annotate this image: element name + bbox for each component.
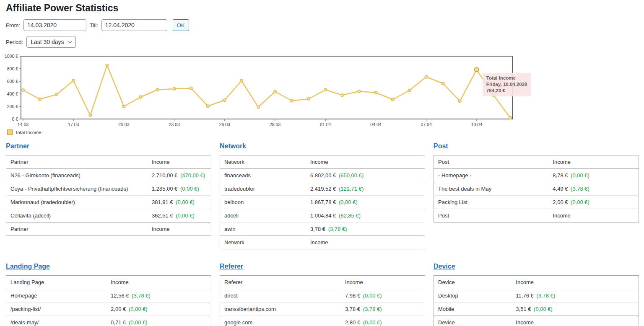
section-landing-page: Landing PageLanding PageIncomeHomepage12… xyxy=(6,263,211,326)
column-header-income: Income xyxy=(306,236,425,249)
data-point[interactable] xyxy=(190,87,192,90)
date-range-controls: From: Till: OK xyxy=(6,19,639,31)
name-cell: Desktop xyxy=(434,289,512,303)
table-row: belboon1.867,78 € (0,00 €) xyxy=(220,196,425,209)
data-point[interactable] xyxy=(257,106,260,109)
y-axis-label: 0 € xyxy=(12,116,18,122)
income-recent-value: (0,00 €) xyxy=(534,306,553,312)
income-recent-value: (0,00 €) xyxy=(176,212,195,219)
data-point[interactable] xyxy=(156,88,159,91)
data-point[interactable] xyxy=(240,79,243,82)
data-point[interactable] xyxy=(89,114,92,117)
section-link-network[interactable]: Network xyxy=(220,142,246,150)
column-header-income: Income xyxy=(548,155,639,169)
income-recent-value: (0,00 €) xyxy=(129,319,148,326)
table-footer-row: NetworkIncome xyxy=(220,236,425,249)
income-recent-value: (0,00 €) xyxy=(176,199,195,205)
section-link-post[interactable]: Post xyxy=(434,142,448,150)
name-cell: Coya - Privathaftpflichtversicherung (fi… xyxy=(6,182,148,196)
x-axis-label: 23.03 xyxy=(169,122,179,127)
income-cell: 1.867,78 € (0,00 €) xyxy=(306,196,425,209)
income-value: 2.419,52 € xyxy=(310,186,336,192)
column-header-income: Income xyxy=(106,276,211,289)
income-cell: 2.419,52 € (121,71 €) xyxy=(306,182,425,196)
y-axis-label: 400 € xyxy=(7,91,18,96)
stats-tables: PartnerPartnerIncomeN26 - Girokonto (fin… xyxy=(6,142,639,326)
data-point[interactable] xyxy=(223,99,226,102)
data-point[interactable] xyxy=(324,88,327,91)
income-recent-value: (3,78 €) xyxy=(571,186,589,192)
data-point[interactable] xyxy=(441,82,444,85)
total-income-chart-svg[interactable]: 0 €200 €400 €600 €800 €1000 €14.0317.032… xyxy=(6,53,522,127)
data-point[interactable] xyxy=(206,105,209,108)
data-point[interactable] xyxy=(39,98,42,101)
data-point[interactable] xyxy=(22,89,25,92)
column-header-device: Device xyxy=(434,276,512,289)
income-recent-value: (0,00 €) xyxy=(363,292,382,299)
income-cell: 3,51 € (0,00 €) xyxy=(512,303,639,316)
data-point[interactable] xyxy=(139,96,142,98)
ok-button[interactable]: OK xyxy=(173,19,189,31)
table-referer: RefererIncomedirect7,98 € (0,00 €)transs… xyxy=(220,275,425,326)
x-axis-label: 17.03 xyxy=(68,122,79,127)
data-point[interactable] xyxy=(425,75,428,78)
chart-plot-area[interactable] xyxy=(21,56,512,119)
data-point[interactable] xyxy=(106,64,109,67)
name-cell: The best deals in May xyxy=(434,182,549,196)
income-cell: 3,78 € (3,78 €) xyxy=(306,223,425,236)
name-cell: awin xyxy=(220,223,306,236)
table-row: /deals-may/0,71 € (0,00 €) xyxy=(6,316,211,326)
income-cell: 381,91 € (0,00 €) xyxy=(148,196,211,209)
income-cell: 4,49 € (3,78 €) xyxy=(548,182,639,196)
section-network: NetworkNetworkIncomefinanceads6.802,00 €… xyxy=(220,142,425,249)
income-value: 362,51 € xyxy=(152,212,173,219)
x-axis-label: 20.03 xyxy=(118,122,129,127)
column-header-income: Income xyxy=(148,155,211,169)
data-point[interactable] xyxy=(173,88,176,91)
table-row: adcell1.004,84 € (62,85 €) xyxy=(220,209,425,223)
table-row: Cellavita (adcell)362,51 € (0,00 €) xyxy=(6,209,211,223)
till-date-input[interactable] xyxy=(101,19,167,31)
income-recent-value: (0,00 €) xyxy=(363,319,382,326)
y-axis-label: 600 € xyxy=(7,79,18,84)
table-row: Packing List2,00 € (0,00 €) xyxy=(434,196,639,209)
data-point[interactable] xyxy=(509,116,512,119)
income-cell: 3,78 € (3,78 €) xyxy=(341,303,425,316)
data-point[interactable] xyxy=(274,90,277,93)
name-cell: direct xyxy=(220,289,341,303)
data-point[interactable] xyxy=(408,89,411,92)
section-link-referer[interactable]: Referer xyxy=(220,263,243,270)
period-select[interactable]: Last 30 days xyxy=(26,36,75,48)
legend-swatch-total-income xyxy=(7,129,13,135)
column-header-referer: Referer xyxy=(220,276,341,289)
x-axis-label: 01.04 xyxy=(320,122,331,127)
section-link-partner[interactable]: Partner xyxy=(6,142,29,150)
data-point[interactable] xyxy=(122,105,125,108)
highlighted-data-point[interactable] xyxy=(475,67,479,72)
data-point[interactable] xyxy=(458,100,461,103)
section-link-device[interactable]: Device xyxy=(434,263,455,270)
data-point[interactable] xyxy=(307,98,310,101)
table-row: Mobile3,51 € (0,00 €) xyxy=(434,303,639,316)
income-recent-value: (0,00 €) xyxy=(571,199,589,205)
table-header-row: DeviceIncome xyxy=(434,276,639,289)
data-point[interactable] xyxy=(72,79,75,82)
name-cell: Homepage xyxy=(6,289,107,303)
page-title: Affiliate Power Statistics xyxy=(6,2,639,14)
data-point[interactable] xyxy=(374,91,377,94)
data-point[interactable] xyxy=(55,93,58,96)
name-cell: /deals-may/ xyxy=(6,316,107,326)
name-cell: - Homepage - xyxy=(434,169,549,182)
data-point[interactable] xyxy=(391,98,394,101)
section-link-landing-page[interactable]: Landing Page xyxy=(6,263,50,270)
column-header-income: Income xyxy=(148,223,211,236)
y-axis-label: 1000 € xyxy=(5,54,18,59)
data-point[interactable] xyxy=(358,90,361,93)
data-point[interactable] xyxy=(291,99,293,102)
from-date-input[interactable] xyxy=(23,19,86,31)
name-cell: Cellavita (adcell) xyxy=(6,209,148,223)
x-axis-label: 07.04 xyxy=(421,122,432,127)
table-header-row: RefererIncome xyxy=(220,276,425,289)
column-header-partner: Partner xyxy=(6,223,148,236)
data-point[interactable] xyxy=(341,94,344,97)
